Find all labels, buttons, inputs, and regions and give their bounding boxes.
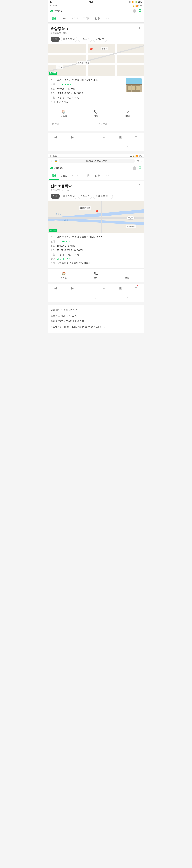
tab-knowledge-1[interactable]: 지식iN (81, 15, 93, 23)
card-menu-2[interactable]: ⋮ (137, 184, 142, 188)
tab-image-2[interactable]: 이미지 (69, 172, 81, 180)
map-road2-v (101, 201, 102, 233)
map-road-h1 (48, 63, 144, 65)
phone-home-btn[interactable]: ○ (91, 144, 100, 149)
forward-button[interactable]: ▶ (68, 134, 76, 140)
map-2[interactable]: 경강선 경강선 📍 효양고등학교 부발역 아미리현대 NAVER (48, 201, 144, 233)
screen-divider (48, 151, 144, 154)
tab-influencer-1[interactable]: 인플… (93, 15, 104, 23)
comment-section: 내가 다닌 학교 검색해보면 초등학교 3500명 > 700명 중학교 150… (48, 304, 144, 334)
nav-more-2[interactable]: ••• (104, 173, 110, 179)
map-1[interactable]: 📍 효양고등학교 산촌리 신하리 NAVER (48, 44, 144, 76)
action-directions-2[interactable]: ↗ 길찾기 (112, 270, 144, 281)
menu-button-2[interactable]: ≡ (133, 285, 140, 291)
naver-watermark-2: NAVER (49, 229, 57, 232)
tabs-button[interactable]: ⊞ (117, 134, 124, 140)
tab-influencer-2[interactable]: 인플… (93, 172, 104, 180)
carrier-top: KT (50, 1, 53, 3)
subtab-meal-2[interactable]: 급식식단 (78, 194, 92, 199)
phone-nav-1: ||| ○ ＜ (48, 142, 144, 151)
subtab-together-2[interactable]: 함께 찾은 학… (93, 194, 113, 199)
tab-integrated-2[interactable]: 통합 (50, 172, 59, 180)
nav-tabs-2: 통합 VIEW 이미지 지식iN 인플… ••• (48, 172, 144, 180)
building-col-3 (136, 85, 140, 92)
notice-card-2[interactable]: 2.23 공지 … (96, 121, 144, 131)
home-nav-button[interactable]: ⌂ (85, 134, 91, 140)
bookmark-button[interactable]: ☆ (100, 134, 108, 140)
info2-district-value[interactable]: 배정단지보기 (57, 257, 71, 261)
phone-back-btn[interactable]: ＜ (122, 144, 133, 150)
clear-button-1[interactable]: ✕ (133, 9, 136, 13)
subtab-stats-1[interactable]: 재학생통계 (61, 36, 77, 42)
search-input-1[interactable] (54, 9, 131, 13)
menu-button[interactable]: ≡ (133, 134, 140, 140)
info-teachers-label: 교원 (51, 96, 56, 99)
back-button-2[interactable]: ◀ (52, 285, 60, 291)
map-road-v2 (115, 44, 117, 76)
phone-recent-btn[interactable]: ||| (59, 144, 69, 149)
tab-knowledge-2[interactable]: 지식iN (81, 172, 93, 180)
info2-extra-row: 기타 방과후학교 오후돌봄,연계형돌봄 (51, 261, 142, 265)
card-menu-1[interactable]: ⋮ (137, 27, 142, 30)
url-display[interactable]: m.search.naver.com (59, 159, 135, 163)
action-buttons-2: 🏠 공식홈 📞 전화 ↗ 길찾기 (48, 269, 144, 282)
action-directions-1[interactable]: ↗ 길찾기 (112, 108, 144, 119)
info-phone-value[interactable]: 031-645-5002 (57, 83, 71, 86)
phone-icon-2: 📞 (94, 272, 98, 275)
info2-students-value: 751명 남 383명, 여 368명 (57, 248, 142, 252)
action-homepage-label: 공식홈 (61, 115, 67, 118)
tabs-button-2[interactable]: ⊞ (117, 285, 124, 291)
subtab-all-1[interactable]: 전체 (51, 36, 60, 42)
phone-recent-btn-2[interactable]: ||| (59, 295, 69, 300)
action-directions-label: 길찾기 (125, 115, 131, 118)
refresh-icon[interactable]: ↻ (136, 159, 139, 163)
phone-home-btn-2[interactable]: ○ (91, 295, 100, 300)
tab-view-2[interactable]: VIEW (59, 173, 69, 179)
action-phone-2[interactable]: 📞 전화 (80, 270, 112, 281)
info-phone-row: 전화 031-645-5002 (51, 83, 124, 86)
info2-students-row: 학생 751명 남 383명, 여 368명 (51, 248, 142, 252)
voice-button-2[interactable]: 🎙 (138, 166, 142, 170)
map-pin-1: 📍 (88, 48, 94, 53)
school-info-2: 주소 경기도 이천시 부발읍 경충대로2250번길 12 전화 031-636-… (48, 233, 144, 269)
info2-address-label: 주소 (51, 235, 56, 239)
forward-button-2[interactable]: ▶ (68, 285, 76, 291)
info2-phone-value[interactable]: 031-636-6750 (57, 240, 71, 243)
action-homepage-2[interactable]: 🏠 공식홈 (48, 270, 80, 281)
notice-card-1[interactable]: 2.23 공지 … (48, 121, 96, 131)
subtab-notice-1[interactable]: 공지사항 (93, 36, 107, 42)
clear-button-2[interactable]: ✕ (133, 166, 136, 170)
subtab-meal-1[interactable]: 급식식단 (78, 36, 92, 42)
browser-carrier: KT 6:16 (50, 4, 57, 7)
action-homepage-1[interactable]: 🏠 공식홈 (48, 108, 80, 119)
bookmark-icon[interactable]: ☆ (50, 159, 53, 163)
back-button[interactable]: ◀ (52, 134, 60, 140)
info-table-1: 주소 경기도 이천시 부발읍 대산로545번길 18 전화 031-645-50… (51, 78, 124, 104)
info2-est-value: 1959년 04월 04일 (57, 244, 142, 248)
info-extra-label: 기타 (51, 100, 56, 104)
tab-view-1[interactable]: VIEW (59, 15, 69, 22)
download-arrow-icon[interactable]: ↓ (140, 159, 142, 163)
info-students-row: 학생 689명 남 321명, 여 368명 (51, 91, 124, 95)
tab-image-1[interactable]: 이미지 (69, 15, 81, 23)
info2-address-value: 경기도 이천시 부발읍 경충대로2250번길 12 (57, 235, 142, 239)
browser-status-icons-2: ☁🔒📶42% (130, 155, 142, 157)
subtab-stats-2[interactable]: 재학생통계 (61, 194, 77, 199)
school-photo-1 (126, 78, 142, 92)
bookmark-button-2[interactable]: ☆ (100, 285, 108, 291)
home-nav-button-2[interactable]: ⌂ (85, 285, 91, 291)
naver-watermark-1: NAVER (49, 72, 57, 74)
action-phone-1[interactable]: 📞 전화 (80, 108, 112, 119)
phone-back-btn-2[interactable]: ＜ (122, 294, 133, 301)
uni-label: 아미리현대 (126, 225, 136, 228)
tab-integrated-1[interactable]: 통합 (50, 15, 59, 23)
info-students-label: 학생 (51, 91, 56, 95)
subtab-all-2[interactable]: 전체 (51, 194, 60, 199)
phone-icon-1: 📞 (94, 110, 98, 114)
browser-carrier-2: KT 6:16 (50, 155, 57, 157)
info2-phone-row: 전화 031-636-6750 (51, 240, 142, 243)
voice-button-1[interactable]: 🎙 (138, 9, 142, 13)
nav-more-1[interactable]: ••• (104, 16, 110, 22)
browser-status-bar-2: KT 6:16 ☁🔒📶42% (48, 154, 144, 158)
search-input-2[interactable] (54, 166, 131, 170)
